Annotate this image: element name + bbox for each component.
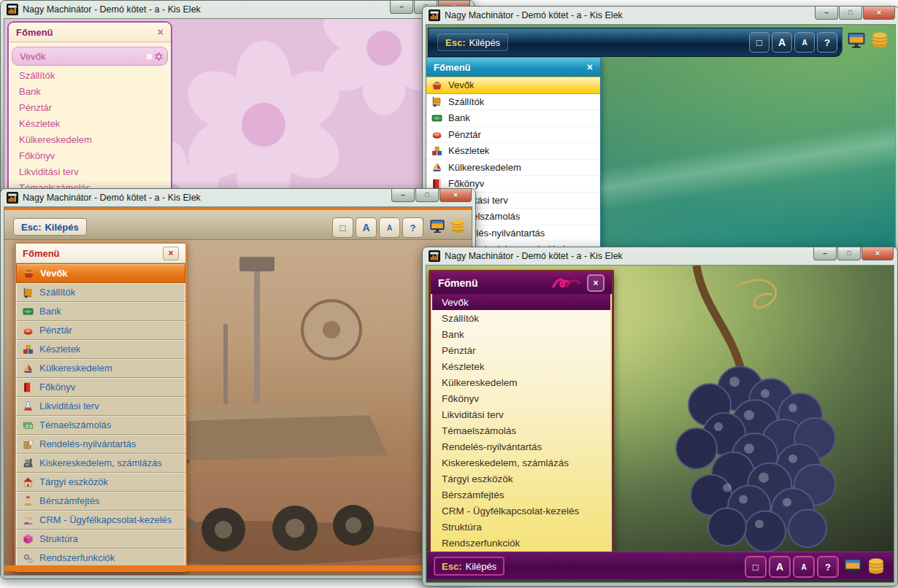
menu-item-likviditasi-terv[interactable]: Likviditási terv (9, 163, 171, 179)
database-icon[interactable] (870, 31, 889, 50)
menu-title: Főmenü (16, 27, 53, 38)
menu-item-label: Vevők (448, 80, 474, 90)
close-button[interactable]: × (863, 7, 895, 20)
minimize-button[interactable]: – (813, 247, 837, 260)
menu-item-berszamfejtes[interactable]: Bérszámfejtés (432, 487, 610, 503)
menu-item-szallitok[interactable]: Szállítók (16, 283, 185, 302)
menu-item-likviditasi-terv[interactable]: Likviditási terv (432, 406, 610, 422)
menu-item-label: Témaelszámolás (39, 419, 111, 430)
menu-item-szallitok[interactable]: Szállítók (426, 94, 600, 111)
menu-item-likviditasi-terv[interactable]: Likviditási terv (16, 397, 185, 416)
minimize-button[interactable]: – (390, 1, 413, 14)
menu-item-berszamfejtes[interactable]: Bérszámfejtés (16, 492, 185, 511)
maximize-button[interactable]: □ (839, 7, 862, 20)
help-button[interactable]: ? (402, 217, 423, 238)
menu-item-vevok[interactable]: Vevők (432, 294, 610, 310)
close-button[interactable]: × (861, 247, 894, 260)
menu-item-targyi-eszkozok[interactable]: Tárgyi eszközök (432, 471, 610, 487)
database-icon[interactable] (450, 218, 466, 234)
sail-icon (22, 363, 34, 374)
menu-item-szallitok[interactable]: Szállítók (9, 67, 171, 83)
esc-exit-button[interactable]: Esc: Kilépés (437, 34, 508, 51)
menu-item-crm-ugyfelkapcsolat[interactable]: CRM - Ügyfélkapcsolat-kezelés (16, 511, 185, 530)
minimize-button[interactable]: – (391, 189, 415, 202)
titlebar[interactable]: Nagy Machinátor - Demó kötet - a - Kis E… (1, 1, 474, 18)
menu-item-label: Készletek (448, 145, 489, 156)
menu-item-penztar[interactable]: Pénztár (9, 99, 171, 115)
minimize-button[interactable]: – (815, 7, 838, 20)
font-decrease-button[interactable]: A (794, 32, 815, 53)
cube-icon (22, 533, 34, 545)
menu-item-szallitok[interactable]: Szállítók (432, 310, 610, 326)
help-button[interactable]: ? (817, 32, 837, 53)
esc-exit-button[interactable]: Esc: Kilépés (434, 557, 504, 576)
menu-panel-header: Főmenü × (9, 23, 171, 42)
menu-item-bank[interactable]: Bank (9, 83, 171, 99)
menu-item-vevok[interactable]: Vevők (12, 47, 168, 66)
window-mode-button[interactable]: □ (745, 556, 767, 578)
menu-item-kulkereskedelem[interactable]: Külkereskedelem (432, 374, 610, 390)
close-icon[interactable]: × (587, 274, 605, 292)
menu-item-vevok[interactable]: Vevők (16, 263, 185, 283)
monitor-icon[interactable] (847, 31, 866, 50)
menu-item-bank[interactable]: Bank (426, 110, 600, 127)
menu-item-crm-ugyfelkapcsolat[interactable]: CRM - Ügyfélkapcsolat-kezelés (432, 503, 610, 519)
menu-item-struktura[interactable]: Struktúra (432, 519, 610, 535)
close-button[interactable]: × (440, 189, 472, 202)
menu-item-keszletek[interactable]: Készletek (9, 115, 171, 131)
menu-item-fokonyv[interactable]: Főkönyv (9, 147, 171, 163)
database-icon[interactable] (867, 557, 886, 576)
menu-item-bank[interactable]: Bank (432, 326, 610, 342)
maximize-button[interactable]: □ (837, 247, 861, 260)
menu-item-targyi-eszkozok[interactable]: Tárgyi eszközök (16, 473, 185, 492)
monitor-icon[interactable] (843, 557, 862, 576)
font-increase-button[interactable]: A (356, 217, 377, 238)
font-decrease-button[interactable]: A (379, 217, 400, 238)
menu-item-kulkereskedelem[interactable]: Külkereskedelem (16, 359, 185, 378)
menu-item-label: Kiskereskedelem, számlázás (442, 457, 569, 468)
menu-item-label: Főkönyv (442, 393, 479, 404)
font-increase-button[interactable]: A (769, 556, 791, 578)
menu-item-temaelszamolas[interactable]: Témaelszámolás (432, 422, 610, 438)
menu-item-bank[interactable]: Bank (16, 302, 185, 321)
menu-item-rendeles-nyilvantartas[interactable]: Rendelés-nyilvántartás (16, 435, 185, 454)
menu-item-kiskereskedelem-szamlazas[interactable]: Kiskereskedelem, számlázás (432, 454, 610, 471)
cubes-icon (431, 145, 443, 157)
menu-item-rendeles-nyilvantartas[interactable]: Rendelés-nyilvántartás (432, 438, 610, 454)
handcart-icon (431, 96, 443, 107)
menu-item-penztar[interactable]: Pénztár (432, 342, 610, 358)
menu-item-penztar[interactable]: Pénztár (426, 127, 600, 144)
menu-item-rendszerfunkciok[interactable]: Rendszerfunkciók (432, 535, 610, 551)
window-controls: –□× (813, 247, 894, 260)
menu-item-temaelszamolas[interactable]: Témaelszámolás (16, 416, 185, 435)
esc-exit-button[interactable]: Esc: Kilépés (13, 218, 87, 236)
titlebar[interactable]: Nagy Machinátor - Demó kötet - a - Kis E… (423, 7, 898, 24)
menu-item-keszletek[interactable]: Készletek (426, 143, 600, 160)
menu-item-fokonyv[interactable]: Főkönyv (432, 390, 610, 406)
close-icon[interactable]: × (587, 61, 593, 73)
menu-item-fokonyv[interactable]: Főkönyv (16, 378, 185, 397)
menu-item-struktura[interactable]: Struktúra (16, 530, 185, 549)
menu-item-keszletek[interactable]: Készletek (432, 358, 610, 374)
menu-item-vevok[interactable]: Vevők (426, 77, 600, 94)
desktop: Nagy Machinátor - Demó kötet - a - Kis E… (0, 0, 898, 588)
font-increase-button[interactable]: A (772, 32, 792, 53)
window-mode-button[interactable]: □ (332, 217, 353, 238)
menu-item-kiskereskedelem-szamlazas[interactable]: Kiskereskedelem, számlázás (16, 454, 185, 473)
menu-item-penztar[interactable]: Pénztár (16, 321, 185, 340)
titlebar[interactable]: Nagy Machinátor - Demó kötet - a - Kis E… (423, 247, 897, 265)
people-icon (22, 514, 34, 526)
menu-item-kulkereskedelem[interactable]: Külkereskedelem (426, 160, 600, 177)
maximize-button[interactable]: □ (415, 189, 439, 202)
client-area: Főmenü × VevőkSzállítókBankPénztárKészle… (426, 265, 894, 583)
menu-item-label: Pénztár (442, 345, 476, 356)
menu-item-kulkereskedelem[interactable]: Külkereskedelem (9, 131, 171, 147)
menu-item-label: Struktúra (39, 533, 78, 544)
close-icon[interactable]: × (158, 26, 164, 38)
font-decrease-button[interactable]: A (793, 556, 815, 578)
close-icon[interactable]: × (163, 247, 179, 260)
monitor-icon[interactable] (429, 218, 445, 234)
window-mode-button[interactable]: □ (749, 32, 770, 53)
titlebar[interactable]: Nagy Machinátor - Demó kötet - a - Kis E… (1, 189, 475, 206)
menu-item-keszletek[interactable]: Készletek (16, 340, 185, 359)
